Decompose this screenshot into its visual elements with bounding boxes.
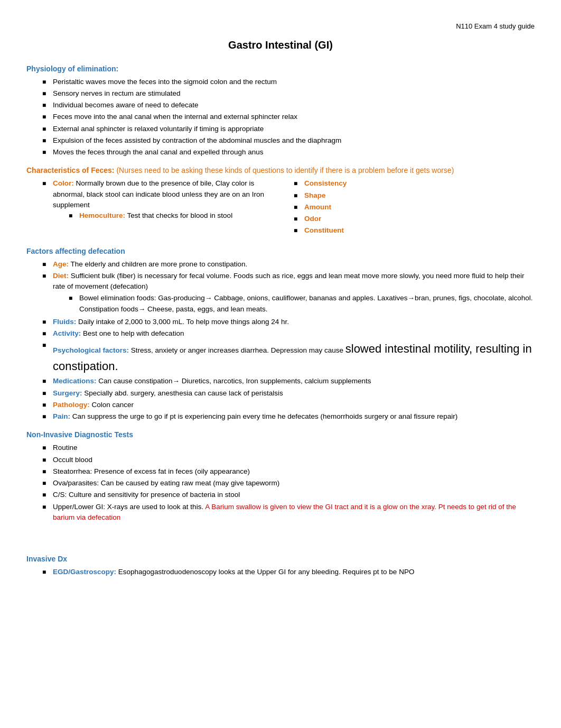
hemoculture-list: Hemoculture: Test that checks for blood … [69,210,283,221]
characteristics-right-col: Consistency Shape Amount Odor Constituen… [294,178,535,238]
list-item: Individual becomes aware of need to defe… [42,100,535,110]
list-item: Sensory nerves in rectum are stimulated [42,88,535,99]
list-item: Pain: Can suppress the urge to go if pt … [42,411,535,422]
physiology-list: Peristaltic waves move the feces into th… [42,77,535,158]
characteristics-two-col: Color: Normally brown due to the presenc… [42,178,535,238]
diet-label: Diet: [53,272,69,280]
list-item: Fluids: Daily intake of 2,000 to 3,000 m… [42,317,535,327]
characteristics-right-list: Consistency Shape Amount Odor Constituen… [294,178,535,236]
list-item: Odor [294,214,535,224]
constituent-label: Constituent [304,226,344,234]
amount-label: Amount [304,203,331,211]
medications-label: Medications: [53,377,97,385]
list-item: Age: The elderly and children are more p… [42,259,535,270]
odor-label: Odor [304,215,321,223]
color-label: Color: [53,179,74,187]
invasive-heading: Invasive Dx [26,554,535,565]
list-item: Expulsion of the feces assisted by contr… [42,135,535,146]
list-item: Upper/Lower GI: X-rays are used to look … [42,502,535,523]
list-item: Peristaltic waves move the feces into th… [42,77,535,87]
psychological-label: Psychological factors: [53,346,129,354]
physiology-section: Physiology of elimination: Peristaltic w… [26,63,535,158]
list-item: Medications: Can cause constipation→ Diu… [42,376,535,386]
diet-sub-list: Bowel elimination foods: Gas-producing→ … [69,293,535,315]
invasive-section: Invasive Dx EGD/Gastroscopy: Esophagogas… [26,554,535,577]
list-item: Consistency [294,178,535,189]
egd-label: EGD/Gastroscopy: [53,568,116,576]
fluids-label: Fluids: [53,318,76,326]
list-item: Activity: Best one to help with defecati… [42,328,535,339]
list-item: Shape [294,190,535,201]
list-item: EGD/Gastroscopy: Esophagogastroduodenosc… [42,567,535,577]
invasive-list: EGD/Gastroscopy: Esophagogastroduodenosc… [42,567,535,577]
physiology-heading: Physiology of elimination: [26,63,535,75]
top-right-label: N110 Exam 4 study guide [26,21,535,32]
factors-heading: Factors affecting defecation [26,246,535,257]
activity-label: Activity: [53,329,81,337]
list-item: Feces move into the anal canal when the … [42,112,535,122]
list-item: Moves the feces through the anal canal a… [42,147,535,158]
list-item: Diet: Sufficient bulk (fiber) is necessa… [42,271,535,315]
pathology-label: Pathology: [53,401,90,409]
list-item: Pathology: Colon cancer [42,400,535,410]
pain-label: Pain: [53,412,70,420]
barium-text: A Barium swallow is given to view the GI… [53,503,516,521]
list-item: Color: Normally brown due to the presenc… [42,178,283,221]
age-label: Age: [53,260,69,268]
list-item: External anal sphincter is relaxed volun… [42,124,535,134]
list-item: Routine [42,443,535,453]
list-item: Bowel elimination foods: Gas-producing→ … [69,293,535,315]
characteristics-section: Characteristics of Feces: (Nurses need t… [26,165,535,238]
list-item: Constituent [294,225,535,236]
non-invasive-section: Non-Invasive Diagnostic Tests Routine Oc… [26,429,535,523]
non-invasive-heading: Non-Invasive Diagnostic Tests [26,429,535,440]
factors-list: Age: The elderly and children are more p… [42,259,535,422]
page-title: Gastro Intestinal (GI) [26,37,535,53]
characteristics-heading: Characteristics of Feces: (Nurses need t… [26,165,535,176]
list-item: Surgery: Specially abd. surgery, anesthe… [42,388,535,399]
list-item: Hemoculture: Test that checks for blood … [69,210,283,221]
hemoculture-label: Hemoculture: [79,211,125,219]
list-item: Psychological factors: Stress, anxiety o… [42,340,535,375]
characteristics-left-col: Color: Normally brown due to the presenc… [42,178,283,238]
list-item: Ova/parasites: Can be caused by eating r… [42,478,535,489]
characteristics-left-list: Color: Normally brown due to the presenc… [42,178,283,221]
non-invasive-list: Routine Occult blood Steatorrhea: Presen… [42,443,535,523]
list-item: C/S: Culture and sensitivity for presenc… [42,490,535,500]
factors-section: Factors affecting defecation Age: The el… [26,246,535,422]
shape-label: Shape [304,191,326,199]
list-item: Amount [294,202,535,213]
list-item: Occult blood [42,455,535,465]
surgery-label: Surgery: [53,389,82,397]
list-item: Steatorrhea: Presence of excess fat in f… [42,466,535,477]
consistency-label: Consistency [304,179,347,187]
